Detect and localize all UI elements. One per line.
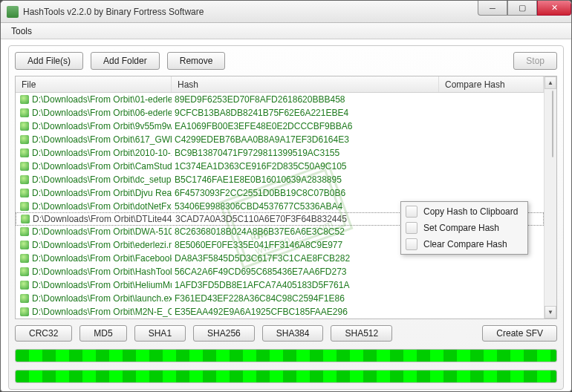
md5-button[interactable]: MD5 [79, 325, 126, 342]
file-path: D:\Downloads\From Orbit\HashTools ... [32, 267, 172, 277]
file-icon [20, 267, 29, 276]
table-row[interactable]: D:\Downloads\From Orbit\Djvu Reade...6F4… [16, 186, 544, 200]
file-path: D:\Downloads\From Orbit\2010-10-17 ... [32, 148, 172, 158]
file-path: D:\Downloads\From Orbit\M2N-E_OV... [32, 307, 172, 317]
sha256-button[interactable]: SHA256 [193, 325, 255, 342]
table-row[interactable]: D:\Downloads\From Orbit\CamStudio2...1C3… [16, 160, 544, 173]
app-window: HashTools v2.2.0 by Binary Fortress Soft… [0, 0, 572, 392]
app-icon [7, 6, 19, 18]
col-file[interactable]: File [16, 76, 172, 92]
hash-value: 1AFD3FD5DB8E1AFCA7A405183D5F761A [172, 280, 439, 290]
window-title: HashTools v2.2.0 by Binary Fortress Soft… [23, 7, 204, 17]
file-path: D:\Downloads\From Orbit\launch.exe [32, 293, 172, 304]
file-icon [20, 95, 29, 104]
hash-value: 1C374EA1D363CE916F2D835C50A9C105 [172, 161, 439, 172]
hash-value: BC9B13870471F9729811399519AC3155 [172, 148, 439, 158]
clear-icon [406, 238, 417, 250]
scroll-thumb[interactable] [552, 91, 553, 157]
context-menu: Copy Hash to Clipboard Set Compare Hash … [400, 201, 528, 255]
top-toolbar: Add File(s) Add Folder Remove Stop [15, 52, 557, 70]
close-button[interactable]: ✕ [537, 1, 571, 16]
col-hash[interactable]: Hash [172, 76, 439, 92]
ctx-copy-label: Copy Hash to Clipboard [423, 206, 518, 217]
menubar: Tools [1, 23, 571, 39]
hash-value: F361ED43EF228A36C84C98C2594F1E86 [172, 293, 439, 304]
algo-toolbar: CRC32 MD5 SHA1 SHA256 SHA384 SHA512 Crea… [15, 325, 557, 342]
create-sfv-button[interactable]: Create SFV [482, 325, 557, 342]
remove-button[interactable]: Remove [167, 52, 226, 70]
hash-value: 9CFCB13BA8DB8241B75F62E6A221EBE4 [172, 108, 439, 118]
file-list[interactable]: File Hash Compare Hash D:\Downloads\From… [15, 76, 557, 319]
col-compare[interactable]: Compare Hash [439, 76, 544, 92]
ctx-clear-label: Clear Compare Hash [423, 239, 507, 249]
table-row[interactable]: D:\Downloads\From Orbit\M2N-E_OV...E35EA… [16, 305, 544, 318]
table-row[interactable]: D:\Downloads\From Orbit\HeliumMusi...1AF… [16, 278, 544, 292]
table-row[interactable]: D:\Downloads\From Orbit\01-ederlezi...89… [16, 93, 544, 106]
file-icon [20, 294, 29, 303]
sha1-button[interactable]: SHA1 [134, 325, 186, 342]
file-path: D:\Downloads\From Orbit\DWA-510_... [32, 226, 172, 237]
file-icon [20, 254, 29, 263]
scroll-down-icon[interactable]: ▼ [545, 306, 556, 318]
titlebar[interactable]: HashTools v2.2.0 by Binary Fortress Soft… [1, 1, 571, 23]
sha384-button[interactable]: SHA384 [262, 325, 324, 342]
ctx-clear-compare[interactable]: Clear Compare Hash [403, 236, 526, 252]
hash-value: 6F4573093F2CC2551D0BB19C8C07B0B6 [172, 188, 439, 198]
file-path: D:\Downloads\From Orbit\9v55m9w6... [32, 121, 172, 131]
file-path: D:\Downloads\From Orbit\01-ederlezi... [32, 94, 172, 105]
hash-value: DA8A3F5845D5D3C617F3C1CAE8FCB282 [172, 253, 439, 264]
file-path: D:\Downloads\From Orbit\HeliumMusi... [32, 280, 172, 290]
file-icon [20, 135, 29, 144]
hash-value: 89ED9F6253ED70F8AFD2618620BBB458 [172, 94, 439, 105]
hash-value: E35EAA492E9A6A1925CFBC185FAAE296 [172, 307, 439, 317]
table-row[interactable]: D:\Downloads\From Orbit\dc_setup.exeB5C1… [16, 173, 544, 186]
hash-value: 56CA2A6F49CD695C685436E7AA6FD273 [172, 267, 439, 277]
file-icon [20, 281, 29, 290]
file-icon [20, 148, 29, 157]
file-progress [15, 370, 557, 383]
maximize-button[interactable]: ▢ [507, 1, 537, 16]
file-path: D:\Downloads\From Orbit\617_GWb... [32, 134, 172, 145]
table-row[interactable]: D:\Downloads\From Orbit\9v55m9w6...EA106… [16, 120, 544, 133]
ctx-set-label: Set Compare Hash [423, 223, 499, 233]
ctx-copy-hash[interactable]: Copy Hash to Clipboard [403, 203, 526, 220]
stop-button[interactable]: Stop [513, 52, 557, 70]
hash-value: 53406E9988306CBD4537677C5336ABA4 [172, 201, 439, 212]
file-icon [20, 202, 29, 211]
column-headers: File Hash Compare Hash [16, 76, 544, 93]
table-row[interactable]: D:\Downloads\From Orbit\06-ederlezi...9C… [16, 106, 544, 120]
file-icon [20, 241, 29, 249]
table-row[interactable]: D:\Downloads\From Orbit\617_GWb...C4299E… [16, 133, 544, 146]
hash-value: B5C1746FAE1E8E0B16010639A2838895 [172, 174, 439, 185]
file-path: D:\Downloads\From Orbit\dc_setup.exe [32, 174, 172, 185]
file-path: D:\Downloads\From Orbit\DTLite4402... [33, 214, 172, 224]
table-row[interactable]: D:\Downloads\From Orbit\2010-10-17 ...BC… [16, 146, 544, 160]
file-icon [20, 108, 29, 117]
set-icon [406, 222, 417, 234]
scroll-up-icon[interactable]: ▲ [545, 76, 556, 89]
hash-value: 3CAD7A0A3D5C110A6E70F3F64B832445 [172, 214, 440, 224]
crc32-button[interactable]: CRC32 [15, 325, 72, 342]
minimize-button[interactable]: ─ [478, 1, 507, 16]
vertical-scrollbar[interactable]: ▲ ▼ [544, 76, 556, 318]
file-path: D:\Downloads\From Orbit\ederlezi.mp3 [32, 240, 172, 250]
file-icon [20, 189, 29, 197]
sha512-button[interactable]: SHA512 [331, 325, 392, 342]
file-icon [20, 162, 29, 171]
table-row[interactable]: D:\Downloads\From Orbit\HashTools ...56C… [16, 265, 544, 278]
file-path: D:\Downloads\From Orbit\Facebook ... [32, 253, 172, 264]
add-files-button[interactable]: Add File(s) [15, 52, 83, 70]
file-path: D:\Downloads\From Orbit\06-ederlezi... [32, 108, 172, 118]
table-row[interactable]: D:\Downloads\From Orbit\launch.exeF361ED… [16, 292, 544, 305]
add-folder-button[interactable]: Add Folder [91, 52, 160, 70]
file-icon [20, 227, 29, 236]
file-icon [20, 307, 29, 316]
hash-value: 8C26368018B024A8B6B37E6A6E3C8C52 [172, 226, 439, 237]
clipboard-icon [406, 206, 417, 218]
file-path: D:\Downloads\From Orbit\CamStudio2... [32, 161, 172, 172]
overall-progress [15, 349, 557, 362]
menu-tools[interactable]: Tools [7, 24, 36, 38]
file-icon [20, 122, 29, 131]
hash-value: EA1069FB00E3EFE48E0E2DCCCBF9BBA6 [172, 121, 439, 131]
ctx-set-compare[interactable]: Set Compare Hash [403, 220, 526, 236]
